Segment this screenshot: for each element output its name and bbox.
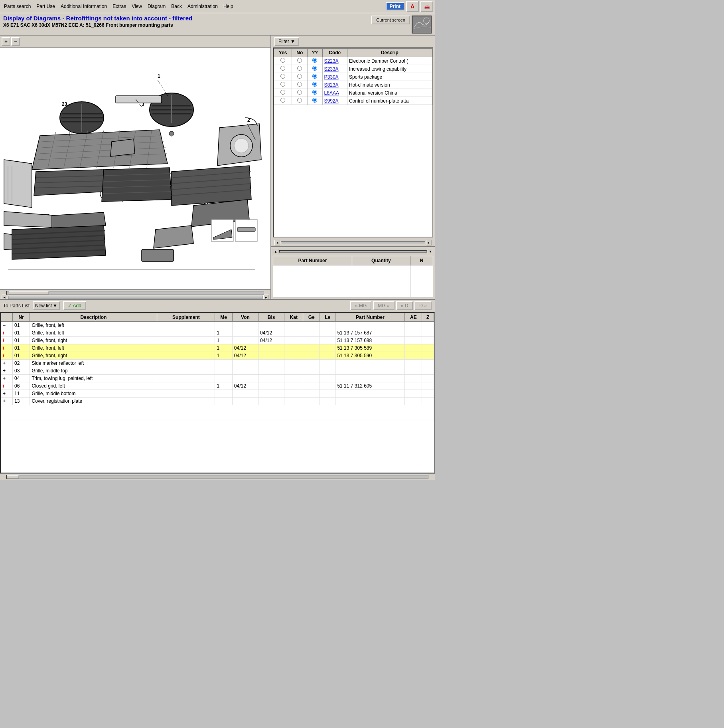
mg-prev-button[interactable]: « MG bbox=[350, 301, 371, 310]
parts-table-container[interactable]: Nr Description Supplement Me Von Bis Kat… bbox=[0, 312, 435, 473]
pn-cell-qty bbox=[352, 265, 410, 297]
filter-desc-3: Hot-climate version bbox=[347, 81, 432, 89]
filter-yes-radio-5[interactable] bbox=[274, 97, 292, 105]
table-row[interactable]: i 01 Grille, front, left 1 04/12 51 13 7… bbox=[1, 329, 434, 337]
part-panel-scroll-down[interactable]: ▼ bbox=[428, 249, 433, 254]
col-ae: AE bbox=[405, 313, 422, 322]
filter-table-container[interactable]: Yes No ?? Code Descrip S223A Electronic … bbox=[273, 47, 433, 237]
row-part-number bbox=[335, 375, 405, 382]
filter-code-5[interactable]: S992A bbox=[322, 97, 347, 105]
row-nr: 11 bbox=[12, 390, 30, 398]
row-kat bbox=[284, 390, 303, 398]
row-indicator: i bbox=[1, 344, 13, 352]
car-icon-btn[interactable]: 🚗 bbox=[420, 1, 433, 12]
filter-code-2[interactable]: P330A bbox=[322, 73, 347, 81]
mg-next-button[interactable]: MG » bbox=[373, 301, 394, 310]
diagram-image: 1 2 3 4 5 6 7 8 bbox=[0, 48, 270, 289]
filter-yes-radio-2[interactable] bbox=[274, 73, 292, 81]
table-row[interactable]: i 01 Grille, front, right 1 04/12 51 13 … bbox=[1, 337, 434, 344]
parts-scrollbar-track[interactable] bbox=[6, 475, 428, 479]
row-ae bbox=[405, 398, 422, 405]
row-ae bbox=[405, 360, 422, 367]
scroll-right-btn[interactable]: ► bbox=[263, 295, 269, 299]
row-ge bbox=[303, 344, 320, 352]
filter-quest-radio-1[interactable] bbox=[308, 65, 322, 73]
search-a-icon-btn[interactable]: A bbox=[406, 1, 419, 12]
preview-thumbnail bbox=[412, 16, 432, 34]
scroll-left-btn[interactable]: ◄ bbox=[2, 295, 7, 299]
filter-code-3[interactable]: S823A bbox=[322, 81, 347, 89]
table-row[interactable]: + 02 Side marker reflector left bbox=[1, 360, 434, 367]
current-screen-button[interactable]: Current screen bbox=[371, 16, 410, 24]
filter-code-0[interactable]: S223A bbox=[322, 57, 347, 65]
table-row[interactable]: i 06 Closed grid, left 1 04/12 51 11 7 3… bbox=[1, 382, 434, 390]
table-row[interactable]: i 01 Grille, front, left 1 04/12 51 13 7… bbox=[1, 344, 434, 352]
filter-code-4[interactable]: L8AAA bbox=[322, 89, 347, 97]
row-kat bbox=[284, 367, 303, 375]
menu-diagram[interactable]: Diagram bbox=[145, 3, 168, 10]
menu-back[interactable]: Back bbox=[169, 3, 184, 10]
row-z bbox=[422, 329, 434, 337]
d-next-button[interactable]: D » bbox=[414, 301, 432, 310]
filter-quest-radio-0[interactable] bbox=[308, 57, 322, 65]
parts-table-scrollbar[interactable] bbox=[0, 473, 435, 480]
row-me bbox=[215, 360, 232, 367]
menu-part-use[interactable]: Part Use bbox=[34, 3, 57, 10]
filter-no-radio-1[interactable] bbox=[292, 65, 308, 73]
col-von: Von bbox=[232, 313, 258, 322]
row-ae bbox=[405, 329, 422, 337]
table-row[interactable]: + 04 Trim, towing lug, painted, left bbox=[1, 375, 434, 382]
zoom-out-button[interactable]: − bbox=[11, 37, 20, 46]
filter-quest-radio-5[interactable] bbox=[308, 97, 322, 105]
filter-no-radio-5[interactable] bbox=[292, 97, 308, 105]
table-row[interactable]: − 01 Grille, front, left bbox=[1, 322, 434, 329]
table-row bbox=[1, 405, 434, 413]
menu-print[interactable]: Print bbox=[386, 2, 404, 10]
row-le bbox=[320, 352, 335, 360]
row-supplement bbox=[157, 337, 215, 344]
part-number-panel: ▲ ▼ Part Number Quantity N bbox=[271, 246, 435, 299]
filter-yes-radio-1[interactable] bbox=[274, 65, 292, 73]
svg-line-90 bbox=[158, 80, 168, 96]
filter-table: Yes No ?? Code Descrip S223A Electronic … bbox=[274, 48, 432, 105]
add-button[interactable]: ✓ Add bbox=[63, 301, 86, 310]
table-row[interactable]: + 13 Cover, registration plate bbox=[1, 398, 434, 405]
row-z bbox=[422, 390, 434, 398]
row-von bbox=[232, 390, 258, 398]
filter-col-desc: Descrip bbox=[347, 49, 432, 57]
filter-quest-radio-3[interactable] bbox=[308, 81, 322, 89]
part-panel-scroll-up[interactable]: ▲ bbox=[273, 249, 278, 254]
menu-additional-info[interactable]: Additional Information bbox=[58, 3, 109, 10]
filter-yes-radio-4[interactable] bbox=[274, 89, 292, 97]
filter-no-radio-0[interactable] bbox=[292, 57, 308, 65]
new-list-dropdown[interactable]: New list ▼ bbox=[33, 301, 60, 310]
filter-no-radio-3[interactable] bbox=[292, 81, 308, 89]
filter-yes-radio-0[interactable] bbox=[274, 57, 292, 65]
table-row[interactable]: + 11 Grille, middle bottom bbox=[1, 390, 434, 398]
filter-quest-radio-2[interactable] bbox=[308, 73, 322, 81]
table-row[interactable]: i 01 Grille, front, right 1 04/12 51 13 … bbox=[1, 352, 434, 360]
table-row[interactable]: + 03 Grille, middle top bbox=[1, 367, 434, 375]
filter-code-1[interactable]: S233A bbox=[322, 65, 347, 73]
row-part-number bbox=[335, 360, 405, 367]
filter-quest-radio-4[interactable] bbox=[308, 89, 322, 97]
parts-scrollbar-thumb[interactable] bbox=[7, 475, 19, 479]
zoom-in-button[interactable]: + bbox=[2, 37, 10, 46]
filter-scroll-left[interactable]: ◄ bbox=[274, 240, 280, 245]
menu-view[interactable]: View bbox=[129, 3, 144, 10]
menu-extras[interactable]: Extras bbox=[110, 3, 128, 10]
menu-administration[interactable]: Administration bbox=[185, 3, 220, 10]
row-me bbox=[215, 398, 232, 405]
filter-no-radio-2[interactable] bbox=[292, 73, 308, 81]
filter-scroll-right[interactable]: ► bbox=[426, 240, 432, 245]
filter-dropdown-button[interactable]: Filter ▼ bbox=[274, 37, 299, 46]
filter-no-radio-4[interactable] bbox=[292, 89, 308, 97]
filter-yes-radio-3[interactable] bbox=[274, 81, 292, 89]
menu-help[interactable]: Help bbox=[221, 3, 236, 10]
row-le bbox=[320, 390, 335, 398]
d-prev-button[interactable]: « D bbox=[396, 301, 413, 310]
menu-parts-search[interactable]: Parts search bbox=[2, 3, 33, 10]
pn-cell-n bbox=[410, 265, 433, 297]
diagram-panel: + − 1 2 3 4 5 bbox=[0, 36, 271, 299]
row-desc: Grille, front, right bbox=[30, 337, 157, 344]
